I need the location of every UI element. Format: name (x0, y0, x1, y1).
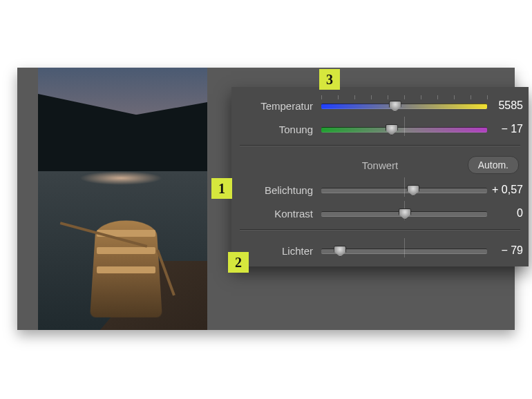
auto-button[interactable]: Autom. (468, 156, 519, 174)
separator (240, 229, 520, 231)
contrast-slider[interactable] (321, 208, 487, 219)
exposure-handle[interactable] (407, 185, 419, 196)
temperature-slider[interactable] (321, 100, 487, 111)
editor-stage: Temperatur 5585 Tonung − 17 Tonwert Auto… (17, 68, 515, 330)
temperature-handle[interactable] (389, 101, 401, 112)
preview-image (38, 68, 207, 330)
tint-value[interactable]: − 17 (487, 123, 529, 135)
highlights-row: Lichter − 79 (231, 239, 529, 262)
tint-slider[interactable] (321, 124, 487, 135)
temperature-value[interactable]: 5585 (487, 99, 529, 112)
tint-row: Tonung − 17 (231, 117, 529, 141)
highlights-handle[interactable] (334, 246, 346, 257)
contrast-handle[interactable] (399, 208, 411, 220)
tone-section-header: Tonwert Autom. (231, 153, 529, 177)
temperature-row: Temperatur 5585 (231, 94, 529, 117)
contrast-row: Kontrast 0 (231, 202, 529, 225)
basic-adjustments-panel: Temperatur 5585 Tonung − 17 Tonwert Auto… (231, 87, 529, 266)
highlights-slider[interactable] (321, 245, 487, 256)
highlights-value[interactable]: − 79 (487, 244, 529, 257)
annotation-2: 2 (228, 252, 249, 273)
separator (240, 145, 520, 146)
contrast-value[interactable]: 0 (487, 207, 529, 220)
exposure-row: Belichtung + 0,57 (231, 178, 529, 202)
exposure-label: Belichtung (231, 184, 321, 196)
temperature-label: Temperatur (231, 100, 321, 112)
annotation-3: 3 (319, 69, 340, 90)
tint-handle[interactable] (386, 124, 398, 135)
annotation-1: 1 (211, 178, 232, 199)
exposure-value[interactable]: + 0,57 (487, 184, 529, 196)
exposure-slider[interactable] (321, 184, 487, 195)
tint-label: Tonung (231, 124, 321, 135)
contrast-label: Kontrast (231, 208, 321, 220)
